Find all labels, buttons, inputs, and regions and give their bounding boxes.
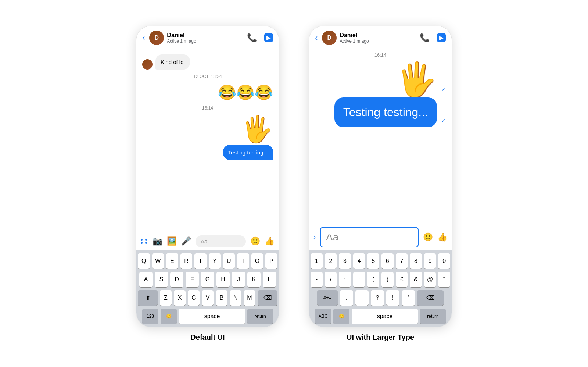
key-g[interactable]: G xyxy=(201,272,214,287)
key-8[interactable]: 8 xyxy=(410,253,422,269)
default-phone-wrapper: ‹ D Daniel Active 1 m ago 📞 ▶ Kind of lo… xyxy=(136,26,279,342)
key-z[interactable]: Z xyxy=(160,290,172,306)
key-semicolon[interactable]: ; xyxy=(353,272,365,287)
key-1[interactable]: 1 xyxy=(311,253,323,269)
key-o[interactable]: O xyxy=(251,253,263,269)
message-input-larger[interactable]: Aa xyxy=(320,227,419,247)
key-k[interactable]: K xyxy=(247,272,261,287)
camera-icon[interactable]: 📷 xyxy=(153,236,162,246)
key-6[interactable]: 6 xyxy=(381,253,394,269)
key-space[interactable]: space xyxy=(179,309,245,324)
key-apostrophe[interactable]: ' xyxy=(402,290,415,306)
key-d[interactable]: D xyxy=(170,272,183,287)
key-b[interactable]: B xyxy=(216,290,227,306)
avatar-default: D xyxy=(149,31,164,45)
key-emoji-sym[interactable]: 😊 xyxy=(333,309,349,324)
header-actions-larger: 📞 ▶ xyxy=(420,33,446,43)
key-rparen[interactable]: ) xyxy=(381,272,394,287)
like-icon[interactable]: 👍 xyxy=(265,236,275,246)
back-button-larger[interactable]: ‹ xyxy=(315,33,318,43)
key-j[interactable]: J xyxy=(232,272,245,287)
key-x[interactable]: X xyxy=(174,290,186,306)
key-0[interactable]: 0 xyxy=(438,253,450,269)
key-p[interactable]: P xyxy=(265,253,277,269)
video-icon[interactable]: ▶ xyxy=(264,33,273,42)
key-delete-sym[interactable]: ⌫ xyxy=(417,290,444,306)
key-3[interactable]: 3 xyxy=(339,253,351,269)
dot2 xyxy=(145,239,147,241)
video-icon-larger[interactable]: ▶ xyxy=(437,33,446,42)
key-comma[interactable]: , xyxy=(355,290,369,306)
sym-keyboard-row-3: #+= . , ? ! ' ⌫ xyxy=(311,290,450,306)
key-9[interactable]: 9 xyxy=(424,253,436,269)
contact-status-default: Active 1 m ago xyxy=(167,39,244,44)
expand-icon[interactable]: › xyxy=(313,233,316,241)
key-hashplus[interactable]: #+= xyxy=(317,290,338,306)
dots-icon[interactable] xyxy=(141,239,148,244)
phone-icon-larger[interactable]: 📞 xyxy=(420,33,430,43)
contact-status-larger: Active 1 m ago xyxy=(340,39,417,44)
key-y[interactable]: Y xyxy=(209,253,221,269)
key-5[interactable]: 5 xyxy=(367,253,379,269)
key-period[interactable]: . xyxy=(340,290,353,306)
phone-icon[interactable]: 📞 xyxy=(247,33,257,43)
key-123[interactable]: 123 xyxy=(142,309,158,324)
keyboard-row-3: ⬆ Z X C V B N M ⌫ xyxy=(138,290,277,306)
key-emoji[interactable]: 😊 xyxy=(161,309,177,324)
key-lparen[interactable]: ( xyxy=(367,272,379,287)
key-dash[interactable]: - xyxy=(311,272,323,287)
key-at[interactable]: @ xyxy=(424,272,436,287)
image-icon[interactable]: 🖼️ xyxy=(167,236,177,246)
key-h[interactable]: H xyxy=(216,272,230,287)
key-colon[interactable]: : xyxy=(339,272,351,287)
key-abc[interactable]: ABC xyxy=(315,309,331,324)
key-c[interactable]: C xyxy=(188,290,200,306)
key-delete[interactable]: ⌫ xyxy=(258,290,277,306)
dot1 xyxy=(141,239,143,241)
key-n[interactable]: N xyxy=(230,290,241,306)
key-a[interactable]: A xyxy=(139,272,153,287)
input-placeholder-large: Aa xyxy=(326,231,338,243)
like-icon-larger[interactable]: 👍 xyxy=(437,232,447,242)
contact-name-larger: Daniel xyxy=(340,32,417,39)
bubble-testing-large: Testing testing... xyxy=(334,97,437,128)
key-i[interactable]: I xyxy=(237,253,249,269)
mic-icon[interactable]: 🎤 xyxy=(181,236,191,246)
key-pound[interactable]: £ xyxy=(396,272,408,287)
key-slash[interactable]: / xyxy=(325,272,337,287)
sym-keyboard-row-bottom: ABC 😊 space return xyxy=(311,309,450,324)
message-input-default[interactable]: Aa xyxy=(196,235,246,247)
key-exclaim[interactable]: ! xyxy=(386,290,399,306)
key-question[interactable]: ? xyxy=(371,290,384,306)
keyboard-row-1: Q W E R T Y U I O P xyxy=(138,253,277,269)
key-w[interactable]: W xyxy=(152,253,164,269)
key-l[interactable]: L xyxy=(263,272,276,287)
emoji-icon-larger[interactable]: 🙂 xyxy=(423,232,433,242)
key-amp[interactable]: & xyxy=(410,272,422,287)
back-button[interactable]: ‹ xyxy=(142,33,145,43)
key-m[interactable]: M xyxy=(244,290,255,306)
key-f[interactable]: F xyxy=(186,272,199,287)
key-quote[interactable]: " xyxy=(438,272,450,287)
key-return[interactable]: return xyxy=(247,309,273,324)
key-t[interactable]: T xyxy=(194,253,207,269)
key-shift[interactable]: ⬆ xyxy=(138,290,158,306)
wave-emoji-large: 🖐️ xyxy=(396,63,437,96)
input-placeholder: Aa xyxy=(201,238,207,245)
key-7[interactable]: 7 xyxy=(396,253,408,269)
key-return-sym[interactable]: return xyxy=(420,309,446,324)
key-v[interactable]: V xyxy=(202,290,214,306)
key-4[interactable]: 4 xyxy=(353,253,365,269)
default-phone: ‹ D Daniel Active 1 m ago 📞 ▶ Kind of lo… xyxy=(136,26,279,327)
phones-container: ‹ D Daniel Active 1 m ago 📞 ▶ Kind of lo… xyxy=(136,26,452,342)
key-s[interactable]: S xyxy=(155,272,168,287)
key-e[interactable]: E xyxy=(166,253,178,269)
time-header-larger: 16:14 xyxy=(309,52,452,58)
emoji-icon[interactable]: 🙂 xyxy=(250,236,260,246)
key-q[interactable]: Q xyxy=(138,253,150,269)
key-u[interactable]: U xyxy=(223,253,235,269)
key-r[interactable]: R xyxy=(180,253,193,269)
key-space-sym[interactable]: space xyxy=(352,309,418,324)
key-2[interactable]: 2 xyxy=(325,253,337,269)
keyboard-row-2: A S D F G H J K L xyxy=(138,272,277,287)
